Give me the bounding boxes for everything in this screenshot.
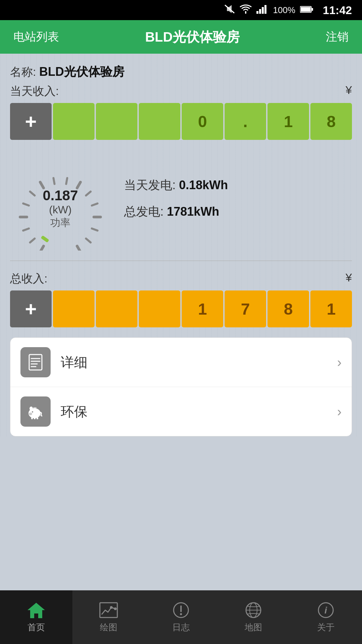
total-income-plus-btn[interactable]: + <box>10 290 52 327</box>
daily-digit-4: 0 <box>182 103 223 140</box>
detail-label: 详细 <box>61 353 337 372</box>
bottom-nav: 首页 绘图 日志 地图 i <box>0 590 362 644</box>
svg-line-12 <box>23 204 29 206</box>
svg-rect-6 <box>301 7 311 12</box>
battery-icon <box>300 5 313 15</box>
eco-chevron: › <box>337 404 342 419</box>
status-bar: 100% 11:42 <box>0 0 362 20</box>
station-name: BLD光伏体验房 <box>39 65 124 78</box>
daily-digit-1 <box>53 103 95 140</box>
svg-line-14 <box>40 182 44 188</box>
svg-line-9 <box>30 238 35 243</box>
nav-map-label: 地图 <box>245 622 262 633</box>
daily-digit-7: 8 <box>310 103 352 140</box>
daily-digit-6: 1 <box>267 103 309 140</box>
detail-chevron: › <box>337 355 342 370</box>
document-icon <box>26 353 45 371</box>
svg-line-22 <box>86 238 91 243</box>
daily-power-value: 0.18kWh <box>179 178 228 192</box>
total-digit-1 <box>53 290 95 327</box>
daily-income-label-row: 当天收入: ¥ <box>10 84 352 99</box>
total-income-digits: + 1 7 8 1 <box>10 290 352 327</box>
nav-log-label: 日志 <box>172 622 190 633</box>
gauge-unit: (kW) <box>43 204 78 216</box>
svg-line-19 <box>92 204 98 206</box>
svg-line-23 <box>77 246 80 251</box>
svg-line-21 <box>92 228 98 230</box>
svg-rect-37 <box>34 417 36 419</box>
daily-income-plus-btn[interactable]: + <box>10 103 52 140</box>
menu-list: 详细 › <box>10 337 352 436</box>
svg-rect-2 <box>259 9 261 14</box>
total-digit-7: 1 <box>310 290 352 327</box>
svg-rect-38 <box>37 417 38 419</box>
detail-icon-wrap <box>20 347 51 377</box>
nav-about-label: 关于 <box>317 622 335 633</box>
alert-icon <box>171 601 191 619</box>
svg-rect-35 <box>33 407 37 408</box>
menu-item-detail[interactable]: 详细 › <box>10 338 352 387</box>
svg-point-45 <box>180 613 182 615</box>
gauge-text: 0.187 (kW) 功率 <box>43 187 78 230</box>
svg-point-34 <box>29 413 32 415</box>
svg-rect-4 <box>264 5 266 14</box>
mute-icon <box>224 4 235 16</box>
station-name-row: 名称: BLD光伏体验房 <box>10 64 352 80</box>
daily-digit-2 <box>96 103 137 140</box>
total-income-label-row: 总收入: ¥ <box>10 271 352 286</box>
nav-chart-label: 绘图 <box>100 622 117 633</box>
nav-chart[interactable]: 绘图 <box>72 590 145 644</box>
chart-icon <box>99 601 119 619</box>
status-icons: 100% <box>224 4 314 16</box>
svg-line-17 <box>77 182 80 188</box>
piggy-icon <box>26 402 45 421</box>
svg-rect-40 <box>100 603 117 618</box>
back-button[interactable]: 电站列表 <box>13 29 59 45</box>
svg-rect-24 <box>41 235 49 243</box>
svg-point-33 <box>32 411 33 413</box>
daily-power-stat: 当天发电: 0.18kWh <box>124 177 352 194</box>
eco-label: 环保 <box>61 402 337 421</box>
logout-button[interactable]: 注销 <box>326 29 349 45</box>
total-power-value: 1781kWh <box>167 205 219 218</box>
svg-rect-25 <box>29 355 42 370</box>
nav-map[interactable]: 地图 <box>217 590 290 644</box>
daily-income-digits: + 0 . 1 8 <box>10 103 352 140</box>
gauge-container: 0.187 (kW) 功率 <box>10 157 111 251</box>
svg-point-42 <box>114 607 117 610</box>
svg-rect-7 <box>311 8 313 11</box>
wifi-icon <box>240 4 252 16</box>
gauge-value: 0.187 <box>43 187 78 204</box>
svg-marker-39 <box>27 603 45 618</box>
battery-label: 100% <box>273 5 296 15</box>
svg-line-10 <box>23 228 29 230</box>
info-icon: i <box>316 601 336 619</box>
nav-home-label: 首页 <box>27 622 45 633</box>
globe-icon <box>243 601 263 619</box>
svg-line-15 <box>54 178 55 184</box>
nav-home[interactable]: 首页 <box>0 590 72 644</box>
nav-log[interactable]: 日志 <box>145 590 217 644</box>
gauge-section: 0.187 (kW) 功率 当天发电: 0.18kWh 总发电: 1781kWh <box>10 150 352 261</box>
status-time: 11:42 <box>323 4 352 17</box>
total-digit-6: 8 <box>267 290 309 327</box>
nav-about[interactable]: i 关于 <box>290 590 362 644</box>
svg-rect-3 <box>262 7 264 14</box>
total-digit-4: 1 <box>182 290 223 327</box>
total-digit-3 <box>139 290 180 327</box>
total-digit-5: 7 <box>225 290 266 327</box>
currency-symbol-total: ¥ <box>346 271 352 286</box>
menu-item-eco[interactable]: 环保 › <box>10 387 352 436</box>
daily-digit-3 <box>139 103 180 140</box>
daily-digit-5: . <box>225 103 266 140</box>
app-header: 电站列表 BLD光伏体验房 注销 <box>0 20 362 54</box>
svg-point-32 <box>29 407 33 411</box>
svg-rect-1 <box>256 11 258 14</box>
main-content: 名称: BLD光伏体验房 当天收入: ¥ + 0 . 1 8 <box>0 54 362 436</box>
svg-rect-36 <box>31 417 33 419</box>
svg-line-16 <box>66 178 67 184</box>
gauge-label: 功率 <box>43 216 78 230</box>
currency-symbol-daily: ¥ <box>346 84 352 99</box>
total-income-section: 总收入: ¥ + 1 7 8 1 <box>10 271 352 327</box>
svg-line-18 <box>86 192 91 196</box>
